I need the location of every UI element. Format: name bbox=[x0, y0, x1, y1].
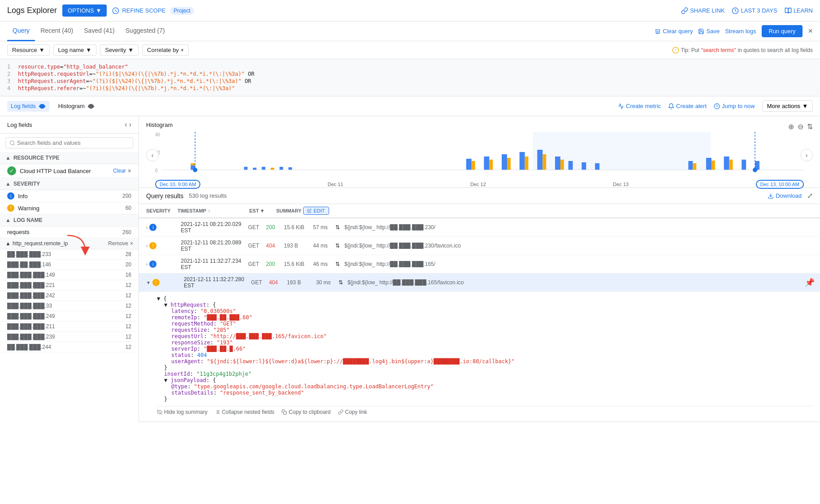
edit-icon bbox=[307, 209, 312, 213]
collapse-nested-button[interactable]: Collapse nested fields bbox=[215, 409, 274, 415]
edit-button[interactable]: EDIT bbox=[303, 207, 329, 215]
log-row-expanded[interactable]: ▼ ! 2021-12-11 11:32:27.280 EST GET 404 … bbox=[139, 274, 820, 292]
log-row[interactable]: › ! 2021-12-11 08:21:20.089 EST GET 404 … bbox=[139, 237, 820, 255]
create-alert-button[interactable]: Create alert bbox=[668, 103, 707, 109]
tab-query[interactable]: Query bbox=[7, 22, 35, 41]
link-copy-icon bbox=[338, 409, 343, 415]
ip-list-item[interactable]: ███.███.███.24212 bbox=[0, 291, 139, 301]
learn-button[interactable]: LEARN bbox=[785, 7, 813, 14]
svg-rect-26 bbox=[507, 158, 511, 170]
search-box[interactable] bbox=[5, 137, 133, 148]
ip-list-item[interactable]: ███.███.███.24912 bbox=[0, 311, 139, 322]
jump-now-button[interactable]: Jump to now bbox=[714, 103, 755, 109]
correlate-filter[interactable]: Correlate by + bbox=[142, 44, 189, 56]
ip-list-item[interactable]: ███.███.███.3312 bbox=[0, 301, 139, 311]
log-row[interactable]: › i 2021-12-11 11:32:27.234 EST GET 200 … bbox=[139, 255, 820, 274]
resource-filter[interactable]: Resource ▼ bbox=[7, 44, 50, 56]
save-button[interactable]: Save bbox=[698, 28, 720, 35]
right-panel: Histogram ⊕ ⊖ ⇅ ‹ 40 20 0 bbox=[139, 116, 820, 422]
search-input[interactable] bbox=[17, 139, 129, 146]
svg-rect-16 bbox=[253, 168, 256, 170]
ip-list-item[interactable]: ██.███.███.23328 bbox=[0, 249, 139, 260]
severity-filter[interactable]: Severity ▼ bbox=[100, 44, 139, 56]
severity-section[interactable]: ▲ SEVERITY bbox=[0, 178, 139, 190]
options-button[interactable]: OPTIONS ▼ bbox=[62, 4, 107, 17]
svg-rect-34 bbox=[581, 162, 586, 170]
svg-rect-32 bbox=[560, 160, 564, 170]
histogram-tab[interactable]: Histogram bbox=[55, 101, 98, 112]
refine-icon bbox=[112, 7, 119, 14]
results-wrapper: › i 2021-12-11 08:21:20.029 EST GET 200 … bbox=[139, 218, 820, 422]
svg-point-6 bbox=[90, 105, 92, 107]
col-timestamp-header[interactable]: TIMESTAMP ↑ bbox=[178, 208, 249, 213]
last-3-days-button[interactable]: LAST 3 DAYS bbox=[732, 7, 777, 14]
warning-severity-icon: ! bbox=[152, 279, 160, 286]
tab-recent[interactable]: Recent (40) bbox=[35, 22, 78, 41]
svg-rect-18 bbox=[271, 168, 274, 170]
copy-icon bbox=[282, 409, 287, 415]
ip-list-item[interactable]: ███.██.███.14620 bbox=[0, 260, 139, 270]
svg-rect-27 bbox=[520, 152, 525, 170]
share-link-button[interactable]: SHARE LINK bbox=[681, 7, 725, 14]
svg-rect-57 bbox=[284, 412, 287, 415]
info-severity-icon: i bbox=[149, 224, 156, 231]
eye-icon-log bbox=[39, 103, 46, 110]
hide-log-summary-button[interactable]: Hide log summary bbox=[157, 409, 208, 415]
clock-icon bbox=[732, 7, 739, 14]
resource-type-item: ✓ Cloud HTTP Load Balancer Clear × bbox=[0, 164, 139, 178]
hist-prev-button[interactable]: ‹ bbox=[146, 149, 159, 161]
requests-item[interactable]: requests 260 bbox=[0, 226, 139, 238]
run-query-button[interactable]: Run query bbox=[762, 25, 803, 37]
close-resource-button[interactable]: × bbox=[128, 167, 131, 174]
log-row[interactable]: › i 2021-12-11 08:21:20.029 EST GET 200 … bbox=[139, 218, 820, 237]
zoom-out-button[interactable]: ⊖ bbox=[798, 122, 803, 131]
pin-icon[interactable]: 📌 bbox=[805, 278, 815, 287]
ip-list-item[interactable]: ███.███.███.21112 bbox=[0, 322, 139, 332]
remove-field-button[interactable]: Remove × bbox=[108, 240, 133, 247]
close-panel-button[interactable]: × bbox=[808, 26, 813, 36]
log-name-section[interactable]: ▲ LOG NAME bbox=[0, 214, 139, 226]
copy-link-button[interactable]: Copy link bbox=[338, 409, 367, 415]
zoom-in-button[interactable]: ⊕ bbox=[788, 122, 794, 131]
ip-list-item[interactable]: ███.███.███.22112 bbox=[0, 280, 139, 291]
ip-list-item[interactable]: ███.███.███.23912 bbox=[0, 332, 139, 342]
clear-query-button[interactable]: Clear query bbox=[655, 28, 693, 35]
download-icon bbox=[768, 193, 774, 199]
hist-next-button[interactable]: › bbox=[800, 149, 813, 161]
tab-saved[interactable]: Saved (41) bbox=[78, 22, 120, 41]
info-icon: i bbox=[7, 192, 14, 200]
left-panel-header: Log fields ‹ › bbox=[0, 116, 139, 134]
panel-prev-button[interactable]: ‹ bbox=[125, 121, 127, 129]
tab-suggested[interactable]: Suggested (7) bbox=[120, 22, 170, 41]
tab-actions: Clear query Save Stream logs Run query × bbox=[655, 25, 813, 37]
copy-to-clipboard-button[interactable]: Copy to clipboard bbox=[282, 409, 330, 415]
ip-list-item[interactable]: ███.███.███.14916 bbox=[0, 270, 139, 280]
clear-resource-button[interactable]: Clear bbox=[113, 168, 126, 174]
clock-icon-jump bbox=[714, 103, 720, 109]
save-icon bbox=[698, 28, 704, 35]
refine-scope-button[interactable]: REFINE SCOPE Project bbox=[112, 7, 194, 15]
resource-type-section[interactable]: ▲ RESOURCE TYPE bbox=[0, 152, 139, 164]
date-start-badge: Dec 10, 9:00 AM bbox=[155, 180, 200, 189]
query-editor[interactable]: 1 resource.type="http_load_balancer" 2 h… bbox=[0, 59, 820, 96]
log-fields-tab[interactable]: Log fields bbox=[7, 101, 49, 112]
left-panel: Log fields ‹ › ▲ RESOURCE TYPE ✓ Cloud H… bbox=[0, 116, 139, 422]
app-title: Logs Explorer bbox=[7, 6, 57, 15]
panel-next-button[interactable]: › bbox=[129, 121, 131, 129]
download-button[interactable]: Download bbox=[768, 192, 802, 199]
svg-rect-36 bbox=[688, 161, 693, 170]
svg-rect-25 bbox=[502, 154, 507, 170]
ip-list-item[interactable]: ██.███.███.24412 bbox=[0, 342, 139, 352]
create-metric-button[interactable]: Create metric bbox=[618, 103, 661, 109]
section-actions: Create metric Create alert Jump to now M… bbox=[618, 100, 813, 112]
col-est-header[interactable]: EST ▼ bbox=[249, 208, 276, 213]
warning-item[interactable]: ! Warning 60 bbox=[0, 202, 139, 214]
info-item[interactable]: i Info 200 bbox=[0, 190, 139, 202]
svg-rect-40 bbox=[724, 156, 729, 170]
check-icon: ✓ bbox=[7, 166, 16, 175]
log-name-filter[interactable]: Log name ▼ bbox=[53, 44, 97, 56]
more-actions-button[interactable]: More actions ▼ bbox=[762, 100, 813, 112]
stream-logs-button[interactable]: Stream logs bbox=[725, 28, 756, 35]
expand-results-button[interactable]: ⤢ bbox=[807, 191, 813, 200]
expand-hist-button[interactable]: ⇅ bbox=[807, 122, 813, 131]
